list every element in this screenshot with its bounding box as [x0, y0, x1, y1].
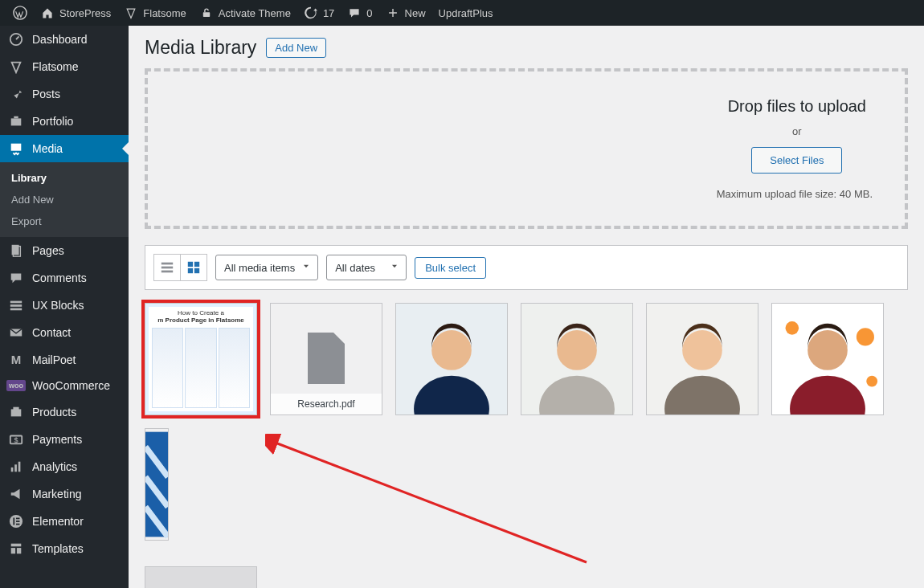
- sidebar-submenu: LibraryAdd NewExport: [0, 162, 129, 237]
- sidebar-item-posts[interactable]: Posts: [0, 80, 129, 108]
- adminbar-theme-name: Flatsome: [143, 7, 186, 19]
- sidebar-item-comments[interactable]: Comments: [0, 264, 129, 292]
- drop-heading: Drop files to upload: [728, 97, 866, 116]
- svg-rect-22: [16, 521, 20, 522]
- sidebar-item-dashboard[interactable]: Dashboard: [0, 26, 129, 53]
- sidebar-item-woocommerce[interactable]: wooWooCommerce: [0, 373, 129, 398]
- svg-rect-24: [11, 544, 22, 547]
- sidebar-item-label: Posts: [32, 88, 60, 100]
- sidebar-item-media[interactable]: Media: [0, 135, 129, 162]
- sidebar-subitem-add-new[interactable]: Add New: [0, 189, 129, 210]
- adminbar-updates[interactable]: 17: [297, 0, 341, 26]
- update-icon: [304, 6, 318, 19]
- svg-rect-28: [161, 267, 173, 269]
- pin-icon: [8, 87, 24, 101]
- adminbar-new-label: New: [405, 7, 426, 19]
- diamond-icon: [8, 59, 24, 74]
- sidebar-item-contact[interactable]: Contact: [0, 319, 129, 346]
- sidebar-item-pages[interactable]: Pages: [0, 237, 129, 264]
- wordpress-icon: [13, 6, 27, 20]
- media-item[interactable]: [145, 428, 169, 541]
- adminbar-wp-logo[interactable]: [6, 0, 34, 26]
- media-filename: Research.pdf: [271, 394, 382, 414]
- sidebar-item-label: Pages: [32, 244, 64, 257]
- svg-rect-16: [11, 468, 14, 472]
- adminbar-updraft[interactable]: UpdraftPlus: [432, 0, 500, 26]
- svg-rect-33: [194, 268, 199, 273]
- svg-point-41: [431, 330, 472, 370]
- media-item[interactable]: [145, 566, 257, 588]
- media-item[interactable]: [771, 303, 884, 415]
- svg-rect-10: [10, 308, 22, 311]
- svg-rect-5: [11, 144, 22, 151]
- plus-icon: [386, 7, 400, 18]
- sidebar-item-label: Marketing: [32, 488, 81, 500]
- sidebar-item-payments[interactable]: $Payments: [0, 426, 129, 453]
- media-toolbar: All media items All dates Bulk select: [145, 245, 908, 290]
- sidebar-subitem-library[interactable]: Library: [0, 167, 129, 189]
- media-item[interactable]: [395, 303, 508, 415]
- sidebar-item-label: Flatsome: [32, 60, 79, 73]
- filter-type-select[interactable]: All media items: [215, 255, 318, 280]
- sidebar-item-label: Media: [32, 142, 63, 155]
- svg-point-0: [14, 6, 27, 19]
- adminbar-activate[interactable]: Activate Theme: [193, 0, 297, 26]
- adminbar-site-name: StorePress: [59, 7, 111, 19]
- add-new-button[interactable]: Add New: [266, 38, 326, 58]
- media-item[interactable]: [521, 303, 633, 415]
- sidebar-item-marketing[interactable]: Marketing: [0, 480, 129, 508]
- media-thumbnail: [772, 304, 883, 414]
- view-grid-button[interactable]: [180, 254, 207, 281]
- svg-rect-55: [145, 567, 256, 588]
- media-item[interactable]: [646, 303, 758, 415]
- sidebar-item-label: Dashboard: [32, 33, 88, 46]
- sidebar-item-portfolio[interactable]: Portfolio: [0, 108, 129, 135]
- select-files-button[interactable]: Select Files: [751, 147, 842, 174]
- products-icon: [8, 405, 24, 419]
- media-item[interactable]: Research.pdf: [270, 303, 382, 415]
- sidebar-item-label: Products: [32, 406, 76, 419]
- templates-icon: [8, 541, 24, 556]
- sidebar-item-flatsome[interactable]: Flatsome: [0, 53, 129, 80]
- sidebar-item-products[interactable]: Products: [0, 398, 129, 426]
- comment-icon: [347, 6, 362, 19]
- svg-rect-36: [313, 357, 337, 360]
- payments-icon: $: [8, 432, 24, 447]
- sidebar-item-ux-blocks[interactable]: UX Blocks: [0, 292, 129, 319]
- filter-date-value: All dates: [335, 262, 375, 274]
- svg-rect-35: [313, 350, 337, 353]
- media-grid: How to Create am Product Page in Flatsom…: [145, 303, 908, 588]
- pages-icon: [8, 243, 24, 258]
- unlock-icon: [199, 7, 214, 18]
- svg-rect-31: [194, 262, 199, 267]
- svg-rect-27: [161, 263, 173, 265]
- drop-or: or: [792, 125, 802, 137]
- view-switch: [153, 254, 207, 281]
- filter-date-select[interactable]: All dates: [326, 255, 407, 280]
- adminbar-site[interactable]: StorePress: [34, 0, 117, 26]
- svg-rect-20: [13, 518, 14, 525]
- bulk-select-button[interactable]: Bulk select: [415, 257, 486, 279]
- svg-rect-29: [161, 271, 173, 273]
- portfolio-icon: [8, 114, 24, 129]
- svg-point-51: [866, 376, 877, 387]
- media-item[interactable]: How to Create am Product Page in Flatsom…: [145, 303, 257, 415]
- media-thumbnail: How to Create am Product Page in Flatsom…: [145, 304, 256, 414]
- sidebar-item-label: Payments: [32, 433, 82, 446]
- comments-icon: [8, 271, 24, 285]
- sidebar-subitem-export[interactable]: Export: [0, 210, 129, 232]
- svg-point-44: [557, 330, 597, 370]
- adminbar-comments[interactable]: 0: [341, 0, 378, 26]
- svg-rect-3: [11, 118, 22, 125]
- upload-dropzone[interactable]: Drop files to upload or Select Files Max…: [145, 68, 908, 229]
- sidebar-item-label: MailPoet: [32, 353, 76, 366]
- media-thumbnail: [396, 304, 507, 414]
- sidebar-item-analytics[interactable]: Analytics: [0, 453, 129, 480]
- svg-rect-38: [313, 370, 327, 373]
- sidebar-item-templates[interactable]: Templates: [0, 535, 129, 562]
- adminbar-theme[interactable]: Flatsome: [117, 0, 192, 26]
- view-list-button[interactable]: [153, 254, 181, 281]
- sidebar-item-elementor[interactable]: Elementor: [0, 508, 129, 535]
- adminbar-new[interactable]: New: [379, 0, 432, 26]
- sidebar-item-mailpoet[interactable]: MMailPoet: [0, 346, 129, 373]
